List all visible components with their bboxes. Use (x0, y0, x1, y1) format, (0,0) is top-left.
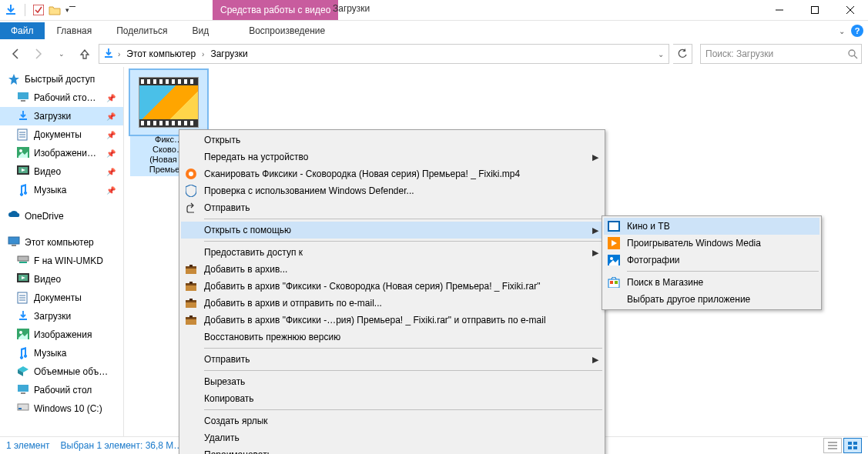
music-icon (17, 184, 29, 196)
submenu-movies-tv[interactable]: Кино и ТВ (604, 218, 819, 235)
breadcrumb-item[interactable]: Загрузки (207, 48, 250, 59)
ctx-cut[interactable]: Вырезать (181, 373, 603, 390)
ctx-shortcut[interactable]: Создать ярлык (181, 412, 603, 429)
nav-item-downloads[interactable]: Загрузки📌 (0, 107, 123, 125)
downloads-icon (17, 110, 29, 122)
ribbon-expand-icon[interactable]: ⌄ (839, 27, 845, 35)
forward-button[interactable] (29, 45, 48, 63)
nav-item-videos[interactable]: Видео📌 (0, 162, 123, 181)
nav-item-netdrive[interactable]: F на WIN-UMKD (0, 252, 123, 270)
navigation-pane[interactable]: Быстрый доступ Рабочий сто…📌Загрузки📌Док… (0, 67, 124, 436)
folder-icon[interactable] (49, 5, 61, 15)
svg-point-17 (19, 149, 22, 152)
ctx-open[interactable]: Открыть (181, 132, 603, 149)
ctx-separator (204, 348, 602, 349)
minimize-button[interactable] (762, 0, 797, 20)
open-with-submenu[interactable]: Кино и ТВ Проигрыватель Windows Media Фо… (602, 215, 822, 310)
nav-item-pictures[interactable]: Изображени…📌 (0, 144, 123, 162)
properties-icon[interactable] (33, 5, 44, 15)
ctx-separator (204, 219, 602, 219)
ctx-open-with[interactable]: Открыть с помощью▶ (181, 222, 603, 239)
breadcrumb-item[interactable]: Этот компьютер (123, 48, 199, 59)
breadcrumb[interactable]: › Этот компьютер › Загрузки ⌄ (99, 44, 669, 64)
submenu-photos[interactable]: Фотографии (604, 252, 819, 269)
recent-dropdown-icon[interactable]: ⌄ (52, 45, 71, 63)
svg-rect-10 (21, 100, 25, 102)
submenu-store[interactable]: Поиск в Магазине (604, 274, 819, 291)
svg-point-32 (19, 331, 22, 334)
nav-item-desktop[interactable]: Рабочий сто…📌 (0, 88, 123, 107)
nav-item-label: Объемные объ… (34, 366, 108, 377)
disk-icon (17, 402, 29, 415)
nav-onedrive[interactable]: OneDrive (0, 207, 123, 225)
ctx-avast-scan[interactable]: Сканировать Фиксики - Сковородка (Новая … (181, 165, 603, 182)
contextual-tab-label: Средства работы с видео (213, 0, 338, 20)
nav-item-documents[interactable]: Документы (0, 289, 123, 307)
ctx-rar-email[interactable]: Добавить в архив и отправить по e-mail..… (181, 295, 603, 312)
ctx-share[interactable]: Отправить (181, 199, 603, 216)
pin-icon: 📌 (106, 112, 116, 121)
view-icons-button[interactable] (843, 438, 862, 453)
svg-rect-30 (19, 319, 27, 320)
search-box[interactable] (700, 44, 862, 64)
ctx-give-access[interactable]: Предоставить доступ к▶ (181, 244, 603, 261)
svg-rect-34 (21, 392, 25, 394)
ctx-separator (204, 409, 602, 410)
ctx-defender[interactable]: Проверка с использованием Windows Defend… (181, 182, 603, 199)
context-menu[interactable]: Открыть Передать на устройство▶ Сканиров… (179, 129, 605, 454)
ctx-rar-email-named[interactable]: Добавить в архив "Фиксики -…рия) Премьер… (181, 312, 603, 329)
nav-item-documents[interactable]: Документы📌 (0, 125, 123, 144)
ctx-copy[interactable]: Копировать (181, 390, 603, 407)
ctx-rar-add[interactable]: Добавить в архив... (181, 261, 603, 278)
ctx-separator (627, 271, 819, 272)
chevron-right-icon[interactable]: › (202, 50, 204, 58)
close-button[interactable] (833, 0, 868, 20)
nav-item-label: Документы (34, 292, 82, 303)
downloads-folder-icon (5, 4, 17, 16)
svg-rect-36 (18, 408, 22, 409)
nav-this-pc[interactable]: Этот компьютер (0, 233, 123, 252)
search-icon[interactable] (847, 48, 858, 59)
tab-view[interactable]: Вид (179, 22, 221, 39)
nav-item-label: Документы (34, 129, 82, 140)
documents-icon (17, 292, 29, 304)
nav-item-music[interactable]: Музыка (0, 344, 123, 362)
svg-rect-57 (189, 315, 193, 318)
view-details-button[interactable] (823, 438, 842, 453)
submenu-choose[interactable]: Выбрать другое приложение (604, 291, 819, 308)
avast-icon (184, 167, 198, 181)
up-button[interactable] (75, 45, 94, 63)
back-button[interactable] (6, 45, 25, 63)
breadcrumb-dropdown-icon[interactable]: ⌄ (658, 50, 664, 58)
tab-share[interactable]: Поделиться (104, 22, 179, 39)
tab-playback[interactable]: Воспроизведение (236, 22, 337, 39)
maximize-button[interactable] (797, 0, 833, 20)
nav-item-pictures[interactable]: Изображения (0, 325, 123, 344)
submenu-wmp[interactable]: Проигрыватель Windows Media (604, 235, 819, 252)
nav-item-disk[interactable]: Windows 10 (C:) (0, 399, 123, 418)
nav-item-downloads[interactable]: Загрузки (0, 307, 123, 325)
qat-dropdown-icon[interactable]: ▾ (65, 6, 75, 14)
chevron-right-icon[interactable]: › (118, 50, 120, 58)
search-input[interactable] (704, 48, 847, 60)
ctx-rar-add-named[interactable]: Добавить в архив "Фиксики - Сковородка (… (181, 278, 603, 295)
nav-item-3d[interactable]: Объемные объ… (0, 362, 123, 381)
pin-icon: 📌 (106, 149, 116, 158)
ctx-restore[interactable]: Восстановить прежнюю версию (181, 329, 603, 346)
ctx-cast[interactable]: Передать на устройство▶ (181, 149, 603, 165)
svg-rect-43 (853, 446, 857, 449)
quick-access-toolbar: ▾ (0, 4, 80, 16)
winrar-icon (184, 296, 198, 310)
nav-item-music[interactable]: Музыка📌 (0, 181, 123, 199)
help-icon[interactable]: ? (851, 25, 863, 37)
tab-home[interactable]: Главная (45, 22, 105, 39)
share-icon (184, 201, 198, 215)
nav-item-videos[interactable]: Видео (0, 270, 123, 289)
refresh-button[interactable] (673, 44, 692, 64)
file-menu-button[interactable]: Файл (0, 22, 45, 39)
ctx-delete[interactable]: Удалить (181, 429, 603, 446)
nav-item-desktop[interactable]: Рабочий стол (0, 381, 123, 399)
ctx-rename[interactable]: Переименовать (181, 446, 603, 454)
nav-quick-access[interactable]: Быстрый доступ (0, 70, 123, 88)
ctx-send-to[interactable]: Отправить▶ (181, 351, 603, 368)
